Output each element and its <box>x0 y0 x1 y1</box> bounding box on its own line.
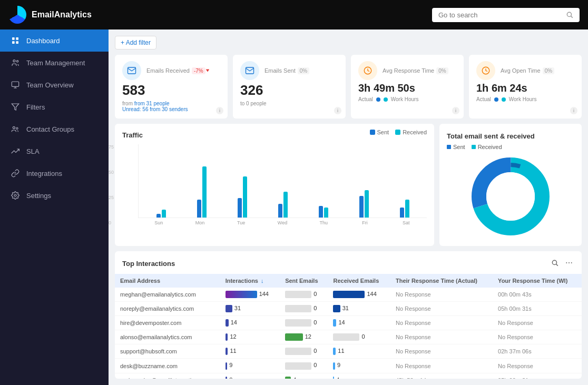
add-filter-button[interactable]: + Add filter <box>115 36 156 50</box>
col-sent: Sent Emails <box>280 274 328 288</box>
svg-point-14 <box>14 194 16 196</box>
table-row: support@hubsoft.com11011No Response02h 3… <box>115 344 582 359</box>
interactions-more-button[interactable] <box>564 258 574 270</box>
svg-line-1 <box>571 16 573 18</box>
their-response-cell: No Response <box>390 330 493 344</box>
avg-open-label: Avg Open Time <box>501 67 541 74</box>
table-container: Email Address Interactions ↓ Sent Emails… <box>115 274 582 379</box>
email-cell: noreply@emailanalytics.com <box>115 302 220 316</box>
received-count: 144 <box>367 291 376 297</box>
dashboard-icon <box>11 36 20 45</box>
bar-group <box>262 192 303 218</box>
table-header: Email Address Interactions ↓ Sent Emails… <box>115 274 582 288</box>
interactions-cell: 14 <box>220 316 280 330</box>
sidebar-item-settings[interactable]: Settings <box>0 184 109 206</box>
received-count: 31 <box>342 305 349 311</box>
stat-info-icon: i <box>570 107 577 114</box>
received-bar <box>333 362 335 370</box>
svg-marker-15 <box>206 70 209 72</box>
table-row: meghan@emailanalytics.com1440144No Respo… <box>115 288 582 302</box>
table-row: hire@devemposter.com14014No ResponseNo R… <box>115 316 582 330</box>
col-received: Received Emails <box>328 274 390 288</box>
received-count: 11 <box>338 348 344 354</box>
interactions-cell: 12 <box>220 330 280 344</box>
search-bar[interactable] <box>432 8 580 22</box>
svg-point-22 <box>552 260 556 264</box>
col-interactions[interactable]: Interactions ↓ <box>220 274 280 288</box>
workhours-dot-2 <box>502 97 506 102</box>
email-cell: desk@buzzname.com <box>115 359 220 373</box>
svg-point-7 <box>16 61 18 62</box>
bar-group <box>141 210 181 218</box>
table-body: meghan@emailanalytics.com1440144No Respo… <box>115 288 582 379</box>
integrations-icon <box>11 169 20 178</box>
search-icon <box>566 11 573 18</box>
sidebar-item-team-overview[interactable]: Team Overview <box>0 74 109 96</box>
sent-count: 4 <box>293 377 296 379</box>
sent-count: 0 <box>313 348 317 354</box>
sent-bar <box>278 204 282 218</box>
stat-info-icon: i <box>452 107 459 114</box>
your-response-cell: 05h 00m 31s <box>493 302 582 316</box>
sent-bar <box>238 198 242 218</box>
avg-response-badge: 0% <box>436 67 448 74</box>
sent-bar-empty <box>285 291 311 298</box>
received-cell: 0 <box>328 330 390 344</box>
sent-bar <box>285 377 291 379</box>
app-title: EmailAnalytics <box>32 10 432 19</box>
sent-bar <box>285 333 303 341</box>
received-bar <box>333 319 336 327</box>
more-icon <box>565 259 573 267</box>
sent-bar-empty <box>285 305 311 312</box>
email-cell: alonso@emailanalytics.com <box>115 330 220 344</box>
received-legend-rect <box>395 130 400 135</box>
sent-cell: 4 <box>280 373 328 379</box>
sent-cell: 12 <box>280 330 328 344</box>
svg-point-6 <box>13 60 15 62</box>
received-bar <box>243 176 247 218</box>
settings-icon <box>11 191 20 200</box>
sent-cell: 0 <box>280 316 328 330</box>
sent-count: 0 <box>313 362 317 368</box>
sidebar-item-label: Team Management <box>26 59 85 67</box>
svg-point-0 <box>567 12 571 16</box>
donut-card: Total email sent & received Sent Receive… <box>439 124 582 246</box>
search-input[interactable] <box>438 11 562 19</box>
col-email: Email Address <box>115 274 220 288</box>
sidebar-item-sla[interactable]: SLA <box>0 140 109 162</box>
emails-sent-sub1: to 0 people <box>240 101 338 106</box>
svg-rect-8 <box>12 82 18 86</box>
sidebar-item-label: Dashboard <box>26 37 60 45</box>
sidebar-item-dashboard[interactable]: Dashboard <box>0 29 109 52</box>
sent-count: 12 <box>305 333 311 340</box>
team-overview-icon <box>11 80 20 90</box>
sidebar-item-contact-groups[interactable]: Contact Groups <box>0 118 109 140</box>
received-bar-empty <box>333 333 359 341</box>
avg-response-icon <box>358 61 377 80</box>
bar-day-label: Sat <box>386 220 427 225</box>
sidebar-item-integrations[interactable]: Integrations <box>0 162 109 184</box>
svg-point-25 <box>569 262 570 263</box>
svg-point-24 <box>566 262 567 263</box>
emails-sent-badge: 0% <box>298 67 309 74</box>
sent-bar <box>400 208 404 218</box>
donut-sent-label: Sent <box>453 144 465 150</box>
interactions-cell: 9 <box>220 359 280 373</box>
svg-point-20 <box>486 172 535 221</box>
sent-cell: 0 <box>280 359 328 373</box>
traffic-legend: Sent Received <box>370 129 427 135</box>
received-bar <box>324 208 328 218</box>
sidebar-item-team-management[interactable]: Team Management <box>0 52 109 74</box>
sent-bar-empty <box>285 348 311 355</box>
sent-count: 0 <box>313 305 317 311</box>
bar-day-label: Wed <box>262 220 303 225</box>
emails-received-badge: -7% <box>192 67 205 74</box>
interactions-header: Top Interactions <box>115 251 582 274</box>
interactions-bar <box>226 348 228 355</box>
interactions-count: 9 <box>229 362 232 368</box>
sidebar-item-filters[interactable]: Filters <box>0 96 109 118</box>
emails-sent-value: 326 <box>240 82 338 98</box>
interactions-search-button[interactable] <box>550 258 560 270</box>
your-response-cell: No Response <box>493 359 582 373</box>
avg-open-badge: 0% <box>543 67 554 74</box>
